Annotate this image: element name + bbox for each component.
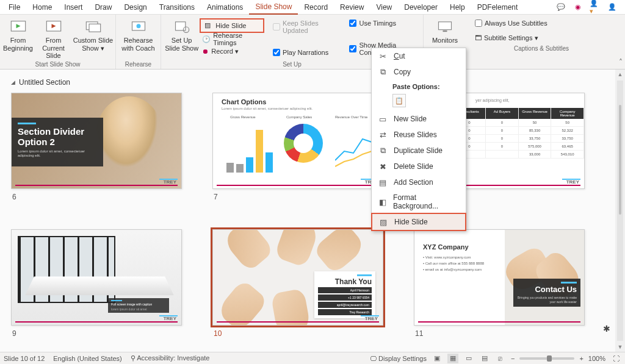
hide-slide-button[interactable]: ▨ Hide Slide <box>202 20 248 32</box>
record-menu-button[interactable]: ⏺ Record ▾ <box>200 45 264 57</box>
cm-add-section[interactable]: ▤ Add Section <box>372 174 466 190</box>
view-sorter-button[interactable]: ▦ <box>447 354 458 363</box>
slide-6[interactable]: Section Divider Option 2 Lorem ipsum dol… <box>11 93 182 205</box>
delete-icon: ✖ <box>378 162 388 171</box>
cm-copy[interactable]: ⧉ Copy <box>372 64 466 80</box>
slide6-subtitle: Lorem ipsum dolor sit amet, consectetuer… <box>18 149 97 158</box>
group-start-label: Start Slide Show <box>4 60 112 68</box>
play-from-current-icon <box>45 20 62 34</box>
tab-insert[interactable]: Insert <box>58 1 89 14</box>
contact-email: april@treyresearch.com <box>318 302 372 308</box>
slide-count[interactable]: Slide 10 of 12 <box>4 355 45 362</box>
contact-email: • email us at info@xyzcompany.com <box>423 268 482 271</box>
play-narrations-label: Play Narrations <box>283 49 328 56</box>
animation-star-icon: ✱ <box>603 324 610 334</box>
brand-label: TREY <box>164 179 176 185</box>
view-normal-button[interactable]: ▣ <box>432 354 443 363</box>
tab-view[interactable]: View <box>370 1 398 14</box>
tab-pdfelement[interactable]: PDFelement <box>471 1 524 14</box>
contact-name: April Hansson <box>318 287 372 293</box>
tab-file[interactable]: File <box>2 1 26 14</box>
donut-chart <box>284 124 323 163</box>
account-icon[interactable]: 👤 <box>607 2 618 12</box>
zoom-in-button[interactable]: + <box>579 355 583 362</box>
view-reading-button[interactable]: ▭ <box>463 354 474 363</box>
duplicate-icon: ⧉ <box>378 146 388 155</box>
comments-icon[interactable]: 💬 <box>555 2 566 12</box>
cm-add-section-label: Add Section <box>394 178 433 187</box>
view-notes-button[interactable]: ⎚ <box>495 354 506 363</box>
slide-sorter-view[interactable]: ◢ Untitled Section Section Divider Optio… <box>0 70 625 352</box>
cm-delete-label: Delete Slide <box>394 162 433 171</box>
slide-number: 9 <box>11 326 182 341</box>
bar-chart <box>225 124 274 173</box>
cm-new-slide[interactable]: ▭ New Slide <box>372 111 466 127</box>
tab-animations[interactable]: Animations <box>201 1 249 14</box>
scroll-up-arrow[interactable]: ▲ <box>615 70 625 79</box>
tab-transitions[interactable]: Transitions <box>153 1 201 14</box>
section-header[interactable]: ◢ Untitled Section <box>11 74 614 93</box>
setup-show-button[interactable]: Set Up Slide Show <box>165 17 198 60</box>
collapse-ribbon-button[interactable]: ˄ <box>616 55 625 69</box>
tab-design[interactable]: Design <box>118 1 153 14</box>
zoom-level[interactable]: 100% <box>588 355 605 362</box>
slide-7[interactable]: Chart Options Lorem ipsum dolor sit amet… <box>212 93 383 205</box>
custom-show-button[interactable]: Custom Slide Show ▾ <box>72 17 115 60</box>
vertical-scrollbar[interactable]: ▲ ▼ <box>615 70 625 352</box>
accessibility-icon: ⚲ <box>131 354 135 362</box>
from-beginning-button[interactable]: From Beginning <box>1 17 35 60</box>
contact-web: • Visit: www.xyzcompany.com <box>423 255 471 259</box>
cm-hide-slide[interactable]: ▨ Hide Slide <box>371 213 466 231</box>
cm-cut[interactable]: ✂ Cut <box>372 48 466 64</box>
cm-delete-slide[interactable]: ✖ Delete Slide <box>372 159 466 174</box>
tab-record[interactable]: Record <box>298 1 334 14</box>
rehearse-timings-button[interactable]: 🕑 Rehearse Timings <box>200 33 264 45</box>
setup-icon <box>173 20 190 34</box>
cm-format-background[interactable]: ◧ Format Background... <box>372 190 466 213</box>
tab-slideshow[interactable]: Slide Show <box>249 0 298 15</box>
display-settings-button[interactable]: 🖵 Display Settings <box>370 355 427 362</box>
cm-reuse-slides[interactable]: ⇄ Reuse Slides <box>372 127 466 143</box>
cm-paste-option[interactable]: 📋 <box>392 94 406 107</box>
slide-10[interactable]: Thank You April Hansson +1 23 987 6554 a… <box>212 229 383 341</box>
copy-icon: ⧉ <box>378 67 388 77</box>
svg-rect-10 <box>439 22 452 30</box>
view-slideshow-button[interactable]: ▤ <box>479 354 490 363</box>
tab-draw[interactable]: Draw <box>89 1 118 14</box>
tab-developer[interactable]: Developer <box>398 1 444 14</box>
brand-label: TREY <box>566 179 579 185</box>
play-narrations-checkbox[interactable]: Play Narrations <box>270 48 342 57</box>
tab-help[interactable]: Help <box>444 1 471 14</box>
status-bar: Slide 10 of 12 English (United States) ⚲… <box>0 352 625 364</box>
rehearse-coach-button[interactable]: Rehearse with Coach <box>120 17 157 60</box>
section-collapse-icon[interactable]: ◢ <box>11 79 15 85</box>
accessibility-status[interactable]: ⚲ Accessibility: Investigate <box>131 354 210 362</box>
language-status[interactable]: English (United States) <box>53 355 122 362</box>
scroll-down-arrow[interactable]: ▼ <box>615 342 625 352</box>
display-settings-label: Display Settings <box>378 355 427 362</box>
hide-slide-icon: ▨ <box>204 21 213 30</box>
scroll-thumb[interactable] <box>619 105 621 215</box>
zoom-out-button[interactable]: − <box>511 355 515 362</box>
share-icon[interactable]: 👤▾ <box>590 2 601 12</box>
keep-updated-checkbox[interactable]: Keep Slides Updated <box>270 18 342 35</box>
monitor-icon <box>436 20 453 34</box>
section-icon: ▤ <box>378 177 388 187</box>
brand-label: TREY <box>164 316 176 321</box>
cm-duplicate-slide[interactable]: ⧉ Duplicate Slide <box>372 143 466 159</box>
use-timings-checkbox[interactable]: Use Timings <box>347 18 419 28</box>
slide-11[interactable]: XYZ Company • Visit: www.xyzcompany.com … <box>414 229 585 341</box>
slide-9[interactable]: Full screen image with caption lorem ips… <box>11 229 182 341</box>
always-subtitles-checkbox[interactable]: Always Use Subtitles <box>472 18 550 28</box>
reuse-icon: ⇄ <box>378 130 388 140</box>
from-current-button[interactable]: From Current Slide <box>37 17 71 60</box>
caption-title: Full screen image with caption <box>111 302 166 306</box>
fit-to-window-button[interactable]: ⛶ <box>610 354 621 363</box>
subtitle-settings-button[interactable]: 🗔 Subtitle Settings ▾ <box>472 32 550 44</box>
record-dot-icon[interactable]: ◉ <box>573 2 583 12</box>
tab-review[interactable]: Review <box>334 1 370 14</box>
tab-home[interactable]: Home <box>26 1 58 14</box>
zoom-slider[interactable] <box>519 357 574 360</box>
thankyou-text: Thank You <box>318 277 372 286</box>
svg-rect-8 <box>175 22 185 30</box>
